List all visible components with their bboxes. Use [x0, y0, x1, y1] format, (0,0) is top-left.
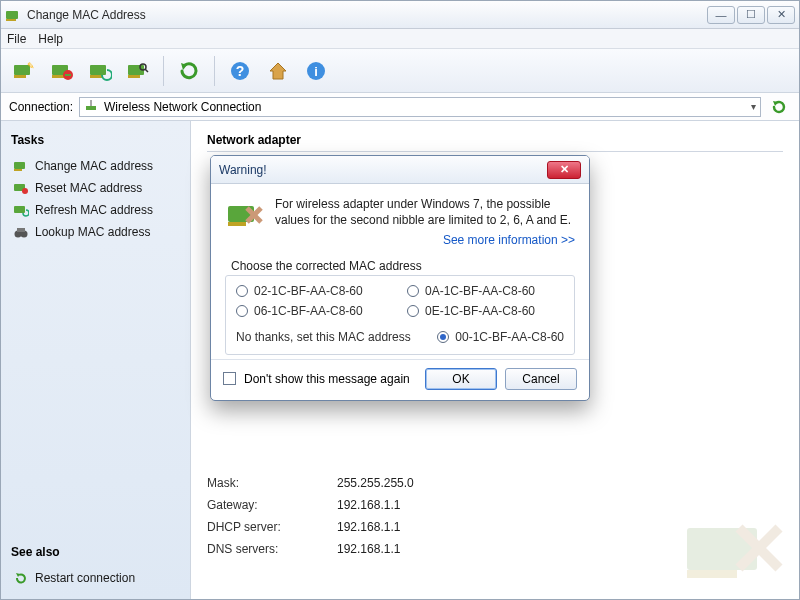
dialog-footer: Don't show this message again OK Cancel	[211, 359, 589, 400]
dialog-close-button[interactable]: ✕	[547, 161, 581, 179]
radio-icon	[236, 285, 248, 297]
group-label: Choose the corrected MAC address	[225, 259, 575, 273]
mac-option-label: 0E-1C-BF-AA-C8-60	[425, 304, 535, 318]
radio-icon	[407, 305, 419, 317]
radio-icon	[437, 331, 449, 343]
dialog-body: For wireless adapter under Windows 7, th…	[211, 184, 589, 359]
nic-tools-icon	[225, 196, 265, 236]
dont-show-checkbox[interactable]	[223, 372, 236, 385]
modal-overlay: Warning! ✕ For wireless adapter under Wi…	[0, 0, 800, 600]
mac-option-label: 0A-1C-BF-AA-C8-60	[425, 284, 535, 298]
dialog-title: Warning!	[219, 163, 547, 177]
svg-rect-38	[228, 222, 246, 226]
app-window: Change MAC Address — ☐ ✕ File Help ✎ ?	[0, 0, 800, 600]
mac-options-group: 02-1C-BF-AA-C8-60 0A-1C-BF-AA-C8-60 06-1…	[225, 275, 575, 355]
mac-option[interactable]: 0A-1C-BF-AA-C8-60	[407, 284, 564, 298]
mac-option[interactable]: 0E-1C-BF-AA-C8-60	[407, 304, 564, 318]
more-info-link[interactable]: See more information >>	[275, 232, 575, 248]
dialog-titlebar: Warning! ✕	[211, 156, 589, 184]
mac-option-label: 00-1C-BF-AA-C8-60	[455, 330, 564, 344]
mac-option-label: 02-1C-BF-AA-C8-60	[254, 284, 363, 298]
ok-button[interactable]: OK	[425, 368, 497, 390]
radio-icon	[407, 285, 419, 297]
mac-option-label: 06-1C-BF-AA-C8-60	[254, 304, 363, 318]
warning-dialog: Warning! ✕ For wireless adapter under Wi…	[210, 155, 590, 401]
radio-icon	[236, 305, 248, 317]
mac-option[interactable]: 06-1C-BF-AA-C8-60	[236, 304, 393, 318]
dialog-message: For wireless adapter under Windows 7, th…	[275, 196, 575, 228]
dont-show-label: Don't show this message again	[244, 372, 417, 386]
cancel-button[interactable]: Cancel	[505, 368, 577, 390]
mac-option[interactable]: 02-1C-BF-AA-C8-60	[236, 284, 393, 298]
mac-option-nothanks[interactable]: 00-1C-BF-AA-C8-60	[437, 330, 564, 344]
no-thanks-label: No thanks, set this MAC address	[236, 330, 411, 344]
